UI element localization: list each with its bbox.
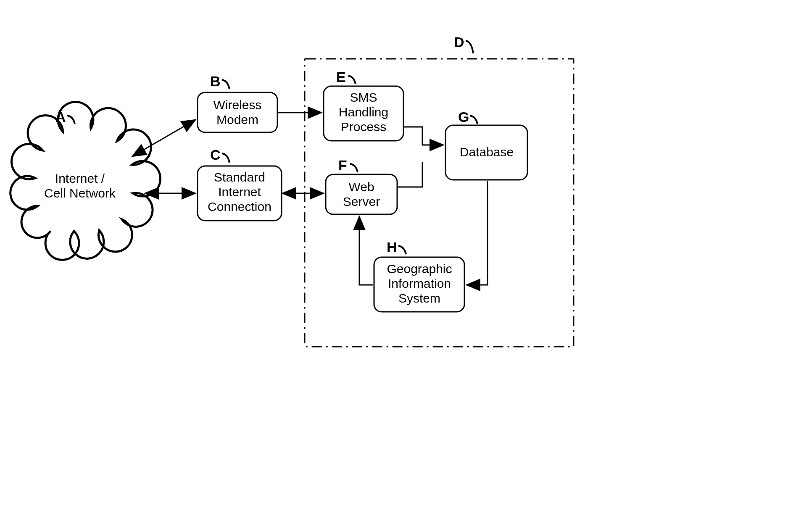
node-h-text-3: System [398, 291, 440, 305]
ref-f-text: F [338, 157, 347, 173]
node-h-text-2: Information [388, 277, 451, 290]
ref-g: G [458, 109, 477, 125]
ref-c-text: C [210, 147, 221, 163]
node-standard-internet-connection: Standard Internet Connection [198, 166, 282, 221]
edge-h-f [359, 216, 373, 285]
edge-g-h [466, 181, 488, 285]
ref-h: H [387, 239, 406, 255]
ref-e: E [336, 69, 356, 85]
node-g-text-1: Database [460, 145, 514, 159]
node-database: Database [445, 125, 527, 180]
node-a-text-1: Internet / [55, 171, 105, 185]
node-b-text-1: Wireless [213, 98, 261, 112]
ref-h-text: H [387, 239, 397, 255]
node-c-text-1: Standard [214, 170, 265, 184]
node-geographic-information-system: Geographic Information System [374, 257, 464, 312]
node-e-text-1: SMS [350, 90, 377, 104]
ref-g-text: G [458, 109, 469, 125]
ref-b: B [210, 73, 229, 89]
node-internet-cell-network: Internet / Cell Network [11, 102, 161, 260]
ref-b-text: B [210, 73, 221, 89]
edge-f-g [397, 162, 422, 187]
ref-f: F [338, 157, 358, 173]
ref-d: D [454, 34, 473, 53]
node-h-text-1: Geographic [387, 262, 452, 276]
ref-d-text: D [454, 34, 464, 50]
node-f-text-1: Web [348, 180, 374, 194]
ref-c: C [210, 147, 229, 163]
node-e-text-3: Process [341, 120, 386, 134]
ref-a-text: A [55, 109, 66, 125]
node-c-text-3: Connection [208, 200, 271, 213]
system-architecture-diagram: Internet / Cell Network Wireless Modem S… [0, 0, 788, 532]
node-f-text-2: Server [343, 195, 380, 208]
node-c-text-2: Internet [218, 185, 261, 199]
node-b-text-2: Modem [216, 113, 258, 126]
ref-e-text: E [336, 69, 346, 85]
node-wireless-modem: Wireless Modem [198, 92, 277, 132]
node-e-text-2: Handling [339, 105, 388, 119]
node-sms-handling-process: SMS Handling Process [324, 86, 403, 141]
node-a-text-2: Cell Network [44, 186, 116, 200]
node-web-server: Web Server [326, 174, 397, 214]
edge-e-g [403, 127, 443, 145]
